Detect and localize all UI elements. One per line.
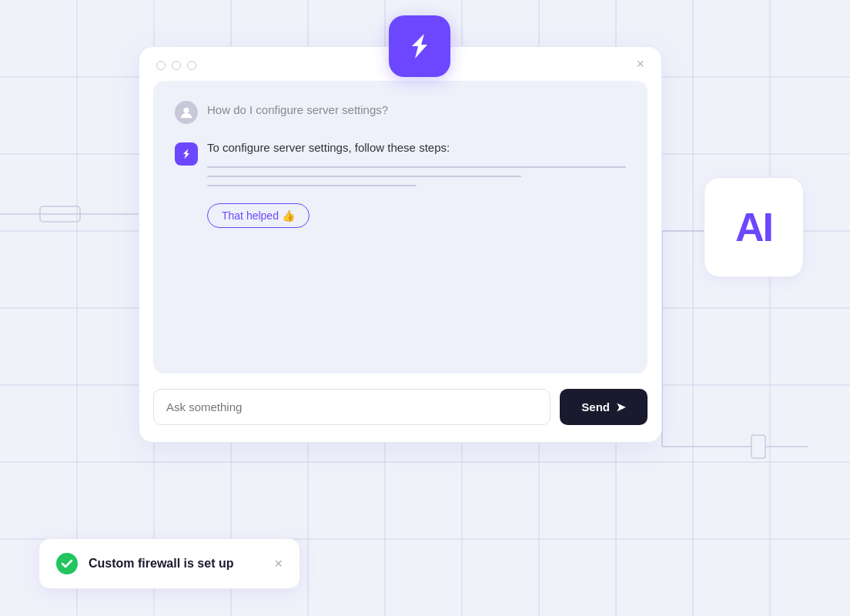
svg-marker-27 <box>183 149 189 159</box>
app-logo-svg <box>403 29 437 63</box>
bot-intro-text: To configure server settings, follow the… <box>207 141 626 154</box>
skeleton-line-2 <box>207 176 521 177</box>
feedback-button[interactable]: That helped 👍 <box>207 203 310 228</box>
checkmark-icon <box>61 557 73 570</box>
window-dot-2 <box>172 61 181 70</box>
user-message-row: How do I configure server settings? <box>175 99 626 124</box>
ai-card: AI <box>704 177 804 277</box>
main-window: × How do I configure server settings? To… <box>139 46 662 443</box>
bot-logo-icon <box>179 147 193 161</box>
send-arrow-icon: ➤ <box>616 400 626 414</box>
skeleton-line-3 <box>207 185 417 186</box>
toast-close-button[interactable]: × <box>274 556 283 572</box>
app-logo-icon <box>389 15 450 77</box>
window-close-button[interactable]: × <box>636 56 644 72</box>
send-label: Send <box>581 400 610 413</box>
ask-input[interactable] <box>153 389 550 425</box>
user-avatar <box>175 101 198 124</box>
window-dot-1 <box>156 61 166 70</box>
svg-rect-22 <box>751 435 765 458</box>
window-controls <box>156 61 196 70</box>
chat-area: How do I configure server settings? To c… <box>153 81 648 373</box>
window-dot-3 <box>187 61 196 70</box>
bot-content: To configure server settings, follow the… <box>207 141 626 228</box>
user-icon <box>179 105 193 119</box>
bot-message-row: To configure server settings, follow the… <box>175 141 626 228</box>
loading-skeleton <box>207 166 626 186</box>
toast-success-icon <box>56 553 78 574</box>
send-button[interactable]: Send ➤ <box>560 389 648 425</box>
user-question: How do I configure server settings? <box>207 99 388 116</box>
bot-avatar <box>175 142 198 166</box>
toast-message: Custom firewall is set up <box>89 557 257 571</box>
skeleton-line-1 <box>207 166 626 168</box>
input-row: Send ➤ <box>139 373 661 442</box>
toast-notification: Custom firewall is set up × <box>38 538 300 589</box>
svg-marker-25 <box>412 34 427 59</box>
svg-point-26 <box>183 108 189 113</box>
ai-label: AI <box>735 204 772 250</box>
